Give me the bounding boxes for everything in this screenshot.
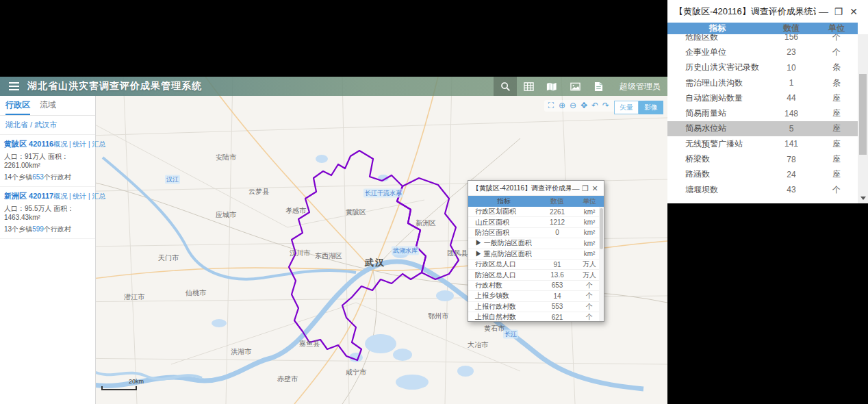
dialog-table-header: 指标 数值 单位 <box>468 196 604 207</box>
image-button[interactable] <box>563 77 587 96</box>
table-icon <box>524 81 534 92</box>
scale-bar-line <box>101 386 137 390</box>
table-row[interactable]: 自动监测站数量 44 座 <box>667 90 858 105</box>
district-villages-line: 13个乡镇599个行政村 <box>4 225 91 233</box>
col-indicator: 指标 <box>667 23 767 34</box>
basemap-button[interactable]: 矢量 <box>614 101 639 114</box>
close-icon[interactable]: ✕ <box>590 184 600 193</box>
table-button[interactable] <box>517 77 540 96</box>
table-row[interactable]: 上报行政村数 553 个 <box>468 302 604 312</box>
menu-icon[interactable] <box>0 82 27 90</box>
scrollbar-thumb[interactable] <box>859 74 867 155</box>
district-name[interactable]: 黄陂区 420116 <box>4 139 53 149</box>
col-unit: 单位 <box>815 23 858 34</box>
table-row[interactable]: 历史山洪灾害记录数 10 条 <box>667 60 858 75</box>
basemap-toggle: 矢量影像 <box>614 101 663 114</box>
sidebar-tab[interactable]: 行政区 <box>5 99 30 115</box>
district-card[interactable]: 黄陂区 420116 概况 | 统计 | 汇总 人口：91万人 面积：2261.… <box>0 135 95 187</box>
district-name[interactable]: 新洲区 420117 <box>4 191 53 201</box>
minimize-icon[interactable]: — <box>571 184 580 193</box>
table-row[interactable]: 行政村数 653 个 <box>468 281 604 291</box>
col-value: 数值 <box>539 197 575 206</box>
breadcrumb[interactable]: 湖北省 / 武汉市 <box>0 116 95 135</box>
col-value: 数值 <box>767 23 815 34</box>
table-row[interactable]: 行政区总人口 91 万人 <box>468 260 604 270</box>
screenshot-stage: 武汉安陆市云梦县应城市孝感市汉川市东西湖区天门市仙桃市潜江市洪湖市黄陂区新洲区团… <box>0 0 868 404</box>
district-stats-dialog: 【黄陂区-420116】调查评价成果统计表 — ❐ ✕ 指标 数值 单位 行政区… <box>468 180 604 322</box>
table-row[interactable]: 防治区总人口 13.6 万人 <box>468 270 604 280</box>
map-tool-icon[interactable]: ↶ <box>590 101 600 111</box>
panel-titlebar[interactable]: 【黄陂区-420116】调查评价成果统计表 — ❐ ✕ <box>667 0 868 23</box>
table-row[interactable]: 需治理山洪沟数 1 条 <box>667 75 858 90</box>
dialog-title: 【黄陂区-420116】调查评价成果统计表 <box>472 184 571 193</box>
table-row[interactable]: 上报自然村数 621 个 <box>468 312 604 322</box>
document-icon <box>594 81 603 92</box>
col-unit: 单位 <box>575 197 604 206</box>
dialog-table-rows: 行政区划面积 2261 km² 山丘区面积 1212 km² 防治区面积 0 k… <box>468 207 604 322</box>
table-row[interactable]: 简易雨量站 148 座 <box>667 105 858 121</box>
stats-panel-window: 【黄陂区-420116】调查评价成果统计表 — ❐ ✕ 指标 数值 单位 危险区… <box>667 0 868 203</box>
dialog-scrollbar[interactable] <box>599 207 604 322</box>
table-row[interactable]: 企事业单位 23 个 <box>667 45 858 60</box>
dialog-titlebar[interactable]: 【黄陂区-420116】调查评价成果统计表 — ❐ ✕ <box>468 181 604 196</box>
panel-table-body: 危险区数 156 个 企事业单位 23 个 历史山洪灾害记录数 10 条 需治理… <box>667 34 858 203</box>
panel-table-header: 指标 数值 单位 <box>667 23 858 34</box>
search-icon <box>500 81 511 92</box>
left-sidebar: 行政区流域 湖北省 / 武汉市 黄陂区 420116 概况 | 统计 | 汇总 … <box>0 96 96 404</box>
maximize-icon[interactable]: ❐ <box>580 184 590 193</box>
map-button[interactable] <box>540 77 563 96</box>
table-row[interactable]: 危险区数 156 个 <box>667 34 858 45</box>
district-stats-line: 人口：95.5万人 面积：1463.43km² <box>4 204 91 222</box>
minimize-icon[interactable]: — <box>816 7 831 16</box>
table-row[interactable]: 防治区面积 0 km² <box>468 228 604 238</box>
map-tool-icon[interactable]: ⊖ <box>568 101 578 111</box>
sidebar-tabs: 行政区流域 <box>0 96 95 116</box>
app-header-bar: 湖北省山洪灾害调查评价成果管理系统 <box>0 77 667 96</box>
report-button[interactable] <box>587 77 610 96</box>
map-tool-icon[interactable]: ↷ <box>601 101 611 111</box>
district-list: 黄陂区 420116 概况 | 统计 | 汇总 人口：91万人 面积：2261.… <box>0 135 95 239</box>
user-account-label[interactable]: 超级管理员 <box>620 81 661 92</box>
app-title: 湖北省山洪灾害调查评价成果管理系统 <box>27 80 202 92</box>
district-action-links[interactable]: 概况 | 统计 | 汇总 <box>53 140 105 149</box>
table-row[interactable]: 路涵数 24 座 <box>667 167 858 182</box>
scale-label: 20km <box>129 378 144 385</box>
basemap-button[interactable]: 影像 <box>639 101 663 114</box>
panel-scrollbar[interactable] <box>858 34 868 203</box>
table-row[interactable]: ▶ 一般防治区面积 km² <box>468 238 604 249</box>
table-row[interactable]: 简易水位站 5 座 <box>667 121 858 136</box>
map-scalebar: 20km <box>101 386 137 390</box>
table-row[interactable]: 桥梁数 78 座 <box>667 151 858 166</box>
map-icon <box>546 81 557 92</box>
table-row[interactable]: ▶ 重点防治区面积 km² <box>468 249 604 260</box>
panel-title: 【黄陂区-420116】调查评价成果统计表 <box>674 5 816 18</box>
district-action-links[interactable]: 概况 | 统计 | 汇总 <box>53 192 105 201</box>
panel-table-rows: 危险区数 156 个 企事业单位 23 个 历史山洪灾害记录数 10 条 需治理… <box>667 34 858 197</box>
table-row[interactable]: 行政区划面积 2261 km² <box>468 207 604 217</box>
image-icon <box>570 81 580 92</box>
table-row[interactable]: 无线预警广播站 141 座 <box>667 136 858 151</box>
table-row[interactable]: 山丘区面积 1212 km² <box>468 217 604 227</box>
scrollbar-thumb[interactable] <box>600 208 603 249</box>
close-icon[interactable]: ✕ <box>846 7 861 16</box>
map-tool-icon[interactable]: ⛶ <box>546 101 556 111</box>
map-tool-icon[interactable]: ⊕ <box>557 101 567 111</box>
district-stats-line: 人口：91万人 面积：2261.00km² <box>4 152 91 170</box>
search-button[interactable] <box>494 77 517 96</box>
district-villages-line: 14个乡镇653个行政村 <box>4 173 91 181</box>
table-row[interactable]: 塘堰坝数 43 个 <box>667 182 858 197</box>
sidebar-tab[interactable]: 流域 <box>40 99 56 115</box>
table-row[interactable]: 上报乡镇数 14 个 <box>468 291 604 301</box>
district-card[interactable]: 新洲区 420117 概况 | 统计 | 汇总 人口：95.5万人 面积：146… <box>0 187 95 239</box>
map-application: 武汉安陆市云梦县应城市孝感市汉川市东西湖区天门市仙桃市潜江市洪湖市黄陂区新洲区团… <box>0 0 667 404</box>
col-indicator: 指标 <box>468 197 539 206</box>
maximize-icon[interactable]: ❐ <box>831 7 846 16</box>
scroll-down-icon[interactable] <box>858 193 868 203</box>
map-tool-icon[interactable]: ✥ <box>579 101 589 111</box>
